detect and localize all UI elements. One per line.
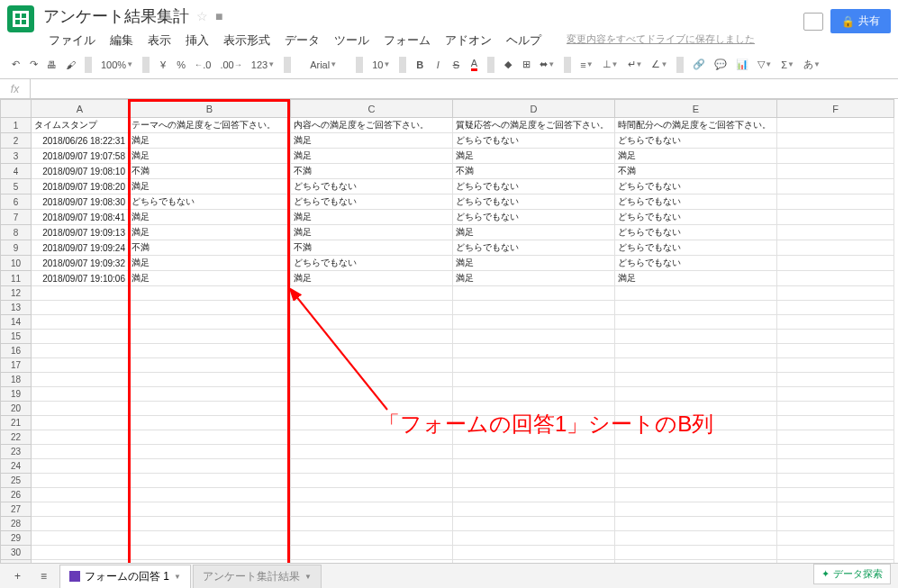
dec-decrease-btn[interactable]: ←.0 bbox=[191, 57, 214, 73]
cell[interactable]: 不満 bbox=[615, 164, 777, 179]
cell[interactable] bbox=[129, 387, 291, 402]
select-all-corner[interactable] bbox=[1, 100, 32, 118]
col-header-F[interactable]: F bbox=[777, 100, 894, 118]
cell[interactable]: どちらでもない bbox=[453, 179, 615, 194]
cell[interactable]: 不満 bbox=[129, 164, 291, 179]
cell[interactable] bbox=[32, 286, 129, 301]
row-header[interactable]: 1 bbox=[1, 118, 32, 133]
formula-input[interactable] bbox=[31, 87, 898, 91]
share-button[interactable]: 🔒 共有 bbox=[830, 9, 891, 33]
cell[interactable] bbox=[32, 358, 129, 373]
cell[interactable] bbox=[615, 358, 777, 373]
cell[interactable] bbox=[615, 517, 777, 531]
sheet-tab[interactable]: アンケート集計結果▼ bbox=[193, 565, 322, 588]
row-header[interactable]: 26 bbox=[1, 488, 32, 502]
cell[interactable] bbox=[453, 531, 615, 546]
cell[interactable] bbox=[777, 271, 894, 286]
cell[interactable]: 満足 bbox=[453, 256, 615, 271]
row-header[interactable]: 24 bbox=[1, 459, 32, 474]
cell[interactable] bbox=[777, 149, 894, 164]
cell[interactable] bbox=[32, 402, 129, 416]
cell[interactable] bbox=[129, 416, 291, 430]
cell[interactable]: どちらでもない bbox=[615, 133, 777, 149]
cell[interactable] bbox=[777, 430, 894, 445]
cell[interactable] bbox=[615, 315, 777, 330]
filter-btn[interactable]: ▽ ▼ bbox=[754, 56, 776, 73]
cell[interactable] bbox=[291, 373, 453, 387]
cell[interactable] bbox=[291, 315, 453, 330]
cell[interactable] bbox=[777, 474, 894, 488]
cell[interactable] bbox=[615, 286, 777, 301]
cell[interactable] bbox=[32, 387, 129, 402]
cell[interactable]: 不満 bbox=[291, 240, 453, 256]
row-header[interactable]: 21 bbox=[1, 416, 32, 430]
cell[interactable] bbox=[129, 502, 291, 517]
cell[interactable]: どちらでもない bbox=[453, 194, 615, 210]
row-header[interactable]: 14 bbox=[1, 315, 32, 330]
cell[interactable] bbox=[129, 517, 291, 531]
cell[interactable] bbox=[129, 315, 291, 330]
fill-color-btn[interactable]: ◆ bbox=[500, 56, 516, 73]
cell[interactable] bbox=[291, 358, 453, 373]
cell[interactable] bbox=[291, 488, 453, 502]
row-header[interactable]: 16 bbox=[1, 344, 32, 358]
font-select[interactable]: Arial ▼ bbox=[296, 57, 350, 73]
row-header[interactable]: 20 bbox=[1, 402, 32, 416]
cell[interactable]: どちらでもない bbox=[291, 194, 453, 210]
cell[interactable] bbox=[453, 488, 615, 502]
italic-btn[interactable]: I bbox=[430, 57, 446, 73]
cell[interactable] bbox=[777, 387, 894, 402]
cell[interactable] bbox=[291, 344, 453, 358]
doc-title[interactable]: アンケート結果集計 bbox=[43, 5, 189, 27]
col-header-D[interactable]: D bbox=[453, 100, 615, 118]
percent-btn[interactable]: % bbox=[173, 57, 189, 73]
add-sheet-btn[interactable]: + bbox=[7, 566, 28, 586]
cell[interactable]: 満足 bbox=[453, 149, 615, 164]
menu-ファイル[interactable]: ファイル bbox=[43, 31, 101, 50]
cell[interactable]: 時間配分への満足度をご回答下さい。 bbox=[615, 118, 777, 133]
cell[interactable] bbox=[777, 502, 894, 517]
cell[interactable] bbox=[615, 502, 777, 517]
dec-increase-btn[interactable]: .00→ bbox=[216, 57, 245, 73]
row-header[interactable]: 29 bbox=[1, 531, 32, 546]
cell[interactable] bbox=[777, 194, 894, 210]
row-header[interactable]: 5 bbox=[1, 179, 32, 194]
col-header-E[interactable]: E bbox=[615, 100, 777, 118]
cell[interactable] bbox=[32, 531, 129, 546]
cell[interactable] bbox=[777, 358, 894, 373]
cell[interactable]: どちらでもない bbox=[615, 256, 777, 271]
cell[interactable]: 2018/09/07 19:09:24 bbox=[32, 240, 129, 256]
cell[interactable]: どちらでもない bbox=[615, 225, 777, 240]
cell[interactable]: 満足 bbox=[129, 225, 291, 240]
cell[interactable]: 満足 bbox=[129, 271, 291, 286]
cell[interactable]: どちらでもない bbox=[615, 240, 777, 256]
cell[interactable] bbox=[777, 445, 894, 459]
cell[interactable] bbox=[615, 474, 777, 488]
cell[interactable]: どちらでもない bbox=[453, 133, 615, 149]
cell[interactable] bbox=[453, 330, 615, 344]
cell[interactable] bbox=[129, 430, 291, 445]
explore-button[interactable]: ✦ データ探索 bbox=[813, 564, 891, 584]
row-header[interactable]: 10 bbox=[1, 256, 32, 271]
cell[interactable] bbox=[777, 330, 894, 344]
borders-btn[interactable]: ⊞ bbox=[518, 56, 534, 73]
row-header[interactable]: 28 bbox=[1, 517, 32, 531]
cell[interactable] bbox=[453, 517, 615, 531]
cell[interactable] bbox=[129, 301, 291, 315]
cell[interactable] bbox=[777, 416, 894, 430]
cell[interactable] bbox=[291, 286, 453, 301]
row-header[interactable]: 19 bbox=[1, 387, 32, 402]
cell[interactable] bbox=[615, 459, 777, 474]
cell[interactable]: 満足 bbox=[453, 271, 615, 286]
cell[interactable]: 満足 bbox=[291, 133, 453, 149]
row-header[interactable]: 18 bbox=[1, 373, 32, 387]
cell[interactable]: 満足 bbox=[615, 271, 777, 286]
valign-btn[interactable]: ⊥ ▼ bbox=[599, 56, 622, 73]
menu-アドオン[interactable]: アドオン bbox=[440, 31, 497, 50]
cell[interactable]: どちらでもない bbox=[453, 240, 615, 256]
star-icon[interactable]: ☆ bbox=[196, 9, 208, 23]
cell[interactable] bbox=[615, 488, 777, 502]
cell[interactable] bbox=[453, 301, 615, 315]
cell[interactable] bbox=[453, 286, 615, 301]
chart-btn[interactable]: 📊 bbox=[732, 56, 752, 73]
